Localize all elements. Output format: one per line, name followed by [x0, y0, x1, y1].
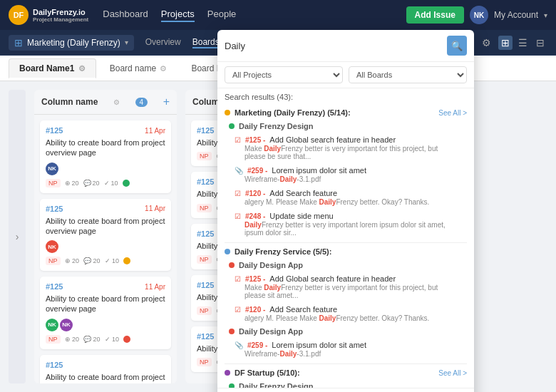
project-selector[interactable]: ⊞ Marketing (Daily Frenzy) ▾: [9, 35, 134, 51]
logo[interactable]: DF DailyFrenzy.io Project Management: [9, 5, 88, 25]
issue-group-header-4: Daily Frenzy Design: [217, 380, 474, 388]
overview-link[interactable]: Overview: [145, 37, 181, 48]
add-issue-button[interactable]: Add Issue: [406, 6, 464, 24]
project-section-3-header: DF Startup (5/10): See All >: [217, 366, 474, 380]
project-filter[interactable]: All Projects: [225, 66, 343, 83]
group-title-3: Daily Design App: [239, 327, 303, 336]
board-tab-2[interactable]: Board name ⚙: [99, 58, 178, 78]
card-title: Ability to create board from project ove…: [46, 138, 165, 158]
result-issue-title: Add Global search feature in header: [269, 274, 396, 283]
result-meta: algery M. Please Make DailyFrenzy better…: [235, 198, 457, 206]
search-result-item[interactable]: ☑ #120 - Add Search feature algery M. Pl…: [217, 302, 474, 325]
board-tab-settings-icon[interactable]: ⚙: [78, 64, 86, 73]
card[interactable]: #125 11 Apr Ability to create board from…: [40, 120, 171, 193]
result-issue: ☑ #125 - Add Global search feature in he…: [235, 274, 457, 283]
search-result-item[interactable]: 📎 #259 - Lorem ipsum dolor sit amet Wire…: [217, 163, 474, 186]
search-result-item[interactable]: ☑ #120 - Add Search feature algery M. Pl…: [217, 186, 474, 209]
card[interactable]: #125 11 Apr Ability to create board from…: [40, 199, 171, 272]
top-navigation: DF DailyFrenzy.io Project Management Das…: [0, 0, 556, 30]
search-result-item[interactable]: ☑ #248 - Update side menu DailyFrenzy be…: [217, 209, 474, 239]
result-issue-id: #125 -: [245, 275, 265, 283]
boards-link[interactable]: Boards: [192, 37, 220, 48]
result-issue-id: #120 -: [245, 306, 265, 314]
nav-people[interactable]: People: [207, 9, 236, 22]
search-submit-button[interactable]: 🔍: [447, 36, 467, 56]
collapse-arrow-icon: ›: [16, 231, 19, 242]
card-subtasks: ✓ 10: [104, 180, 118, 187]
avatar: NK: [46, 240, 58, 253]
group-color-dot-3: [229, 329, 235, 334]
column-1-add-button[interactable]: +: [163, 96, 170, 108]
search-header: 🔍: [217, 30, 474, 62]
result-checkbox-icon: ☑: [235, 306, 241, 314]
card-avatars: NK: [46, 163, 165, 175]
board-view-icon[interactable]: ⊞: [498, 36, 513, 50]
nav-links: Dashboard Projects People: [103, 9, 391, 22]
avatar: NK: [46, 319, 58, 331]
card-priority-badge: NP: [197, 358, 212, 366]
collapse-sidebar-button[interactable]: ›: [9, 90, 26, 383]
account-chevron-icon[interactable]: ▾: [544, 11, 547, 19]
column-1-cards: #125 11 Apr Ability to create board from…: [34, 115, 177, 383]
project-color-dot: [225, 110, 230, 115]
logo-icon: DF: [9, 5, 29, 25]
issue-group-header-3: Daily Design App: [217, 325, 474, 338]
card-attach: ⊕ 20: [65, 180, 79, 187]
card-footer: NP ⊕ 20 💬 20 ✓ 10: [46, 335, 165, 344]
project-title-2: Daily Frenzy Service (5/5):: [225, 247, 331, 256]
card[interactable]: #125 Ability to create board from projec…: [40, 355, 171, 383]
project-section-2: Daily Frenzy Service (5/5): Daily Design…: [217, 244, 474, 361]
card-header: #125 11 Apr: [46, 126, 165, 135]
result-issue: 📎 #259 - Lorem ipsum dolor sit amet: [235, 166, 457, 175]
nav-dashboard[interactable]: Dashboard: [103, 9, 148, 22]
search-result-item[interactable]: 📎 #259 - Lorem ipsum dolor sit amet Wire…: [217, 338, 474, 361]
see-all-3-button[interactable]: See All >: [438, 369, 467, 377]
card-footer: NP ⊕ 20 💬 20 ✓ 10: [46, 257, 165, 265]
result-issue: ☑ #120 - Add Search feature: [235, 305, 457, 314]
list-view-icon[interactable]: ☰: [515, 36, 530, 50]
result-meta: DailyFrenzy better is very important lor…: [235, 221, 457, 237]
card-priority-badge: NP: [197, 306, 212, 315]
result-issue: ☑ #125 - Add Global search feature in he…: [235, 135, 457, 144]
project-section-1: Marketing (Daily Frenzy) (5/14): See All…: [217, 105, 474, 239]
board-filter[interactable]: All Boards: [349, 66, 467, 83]
board-tab-2-settings-icon[interactable]: ⚙: [160, 64, 167, 73]
project-title-1: Marketing (Daily Frenzy) (5/14):: [225, 108, 351, 117]
group-title-4: Daily Frenzy Design: [239, 382, 314, 388]
settings-icon[interactable]: ⚙: [482, 37, 491, 48]
result-issue-title: Add Search feature: [269, 189, 337, 197]
result-issue-id: #248 -: [245, 212, 265, 220]
project-color-dot-2: [225, 249, 230, 254]
card-id: #125: [197, 177, 214, 186]
card-comments: 💬 20: [83, 257, 101, 264]
my-account-menu[interactable]: My Account: [494, 10, 538, 20]
card[interactable]: #125 11 Apr Ability to create board from…: [40, 277, 171, 349]
project-section-1-header: Marketing (Daily Frenzy) (5/14): See All…: [217, 105, 474, 120]
search-result-item[interactable]: ☑ #125 - Add Global search feature in he…: [217, 133, 474, 163]
project-color-dot-3: [225, 370, 230, 376]
search-footer: Find all occurrences →: [217, 388, 474, 392]
group-title: Daily Frenzy Design: [239, 122, 314, 130]
card-header: #125 11 Apr: [46, 205, 165, 213]
group-color-dot-2: [229, 262, 235, 268]
card-avatars: NK: [46, 240, 165, 253]
group-color-dot-4: [229, 383, 235, 388]
result-meta: Make DailyFrenzy better is very importan…: [235, 145, 457, 160]
table-view-icon[interactable]: ⊟: [533, 36, 547, 50]
column-1-settings-icon[interactable]: ⚙: [113, 98, 120, 106]
card-status-dot: [123, 180, 130, 187]
search-result-item[interactable]: ☑ #125 - Add Global search feature in he…: [217, 272, 474, 302]
card-header: #125 11 Apr: [46, 282, 165, 291]
view-toggle: ⊞ ☰ ⊟: [498, 36, 547, 50]
card-id: #125: [197, 281, 214, 289]
card-id: #125: [197, 126, 214, 135]
project-section-3: DF Startup (5/10): See All > Daily Frenz…: [217, 366, 474, 388]
search-input[interactable]: [225, 41, 443, 51]
nav-projects[interactable]: Projects: [161, 9, 195, 22]
board-tab-1[interactable]: Board Name1 ⚙: [9, 58, 96, 78]
results-header: Search results (43):: [217, 88, 474, 105]
divider-2: [225, 363, 467, 364]
result-issue-title: Add Search feature: [269, 305, 337, 314]
group-title-2: Daily Design App: [239, 261, 303, 269]
see-all-1-button[interactable]: See All >: [438, 109, 467, 117]
